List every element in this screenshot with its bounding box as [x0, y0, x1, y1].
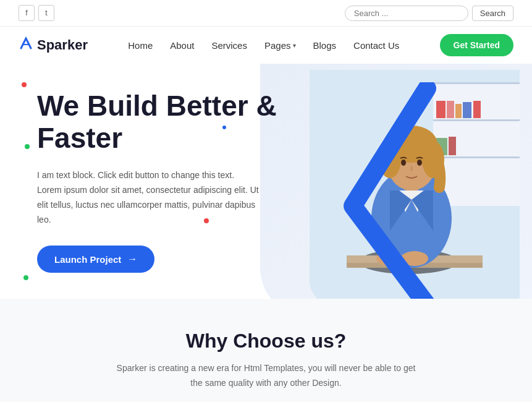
- nav-home[interactable]: Home: [128, 40, 153, 51]
- nav-links: Home About Services Pages ▾ Blogs Contac…: [128, 40, 399, 51]
- twitter-icon[interactable]: t: [38, 5, 54, 21]
- top-bar: f t Search: [0, 0, 532, 27]
- nav-pages[interactable]: Pages ▾: [264, 40, 296, 51]
- get-started-button[interactable]: Get Started: [440, 34, 513, 56]
- dot-decoration-1: [22, 82, 27, 87]
- svg-rect-8: [463, 102, 471, 118]
- logo[interactable]: Sparker: [19, 36, 88, 54]
- dot-decoration-2: [25, 144, 30, 149]
- facebook-icon[interactable]: f: [19, 5, 35, 21]
- hero-description: I am text block. Click edit button to ch…: [37, 168, 260, 227]
- search-button[interactable]: Search: [472, 6, 513, 21]
- hero-title: We Build Better & Faster: [37, 90, 297, 155]
- launch-project-button[interactable]: Launch Project →: [37, 246, 154, 273]
- logo-text: Sparker: [37, 37, 88, 53]
- hero-section: We Build Better & Faster I am text block…: [0, 64, 532, 299]
- search-input[interactable]: [345, 6, 468, 21]
- hero-content: We Build Better & Faster I am text block…: [37, 90, 297, 273]
- blue-v-shape: [334, 82, 458, 299]
- dot-decoration-5: [23, 275, 28, 280]
- nav-contact[interactable]: Contact Us: [353, 40, 399, 51]
- why-choose-section: Why Choose us? Sparker is creating a new…: [0, 299, 532, 402]
- navbar: Sparker Home About Services Pages ▾ Blog…: [0, 27, 532, 64]
- arrow-icon: →: [127, 254, 137, 265]
- why-description: Sparker is creating a new era for Html T…: [112, 361, 421, 391]
- svg-rect-9: [473, 101, 481, 118]
- why-title: Why Choose us?: [19, 330, 513, 353]
- nav-blogs[interactable]: Blogs: [313, 40, 337, 51]
- logo-icon: [19, 36, 33, 54]
- nav-services[interactable]: Services: [211, 40, 247, 51]
- social-links: f t: [19, 5, 54, 21]
- nav-about[interactable]: About: [170, 40, 194, 51]
- chevron-down-icon: ▾: [293, 42, 296, 49]
- search-area: Search: [345, 6, 513, 21]
